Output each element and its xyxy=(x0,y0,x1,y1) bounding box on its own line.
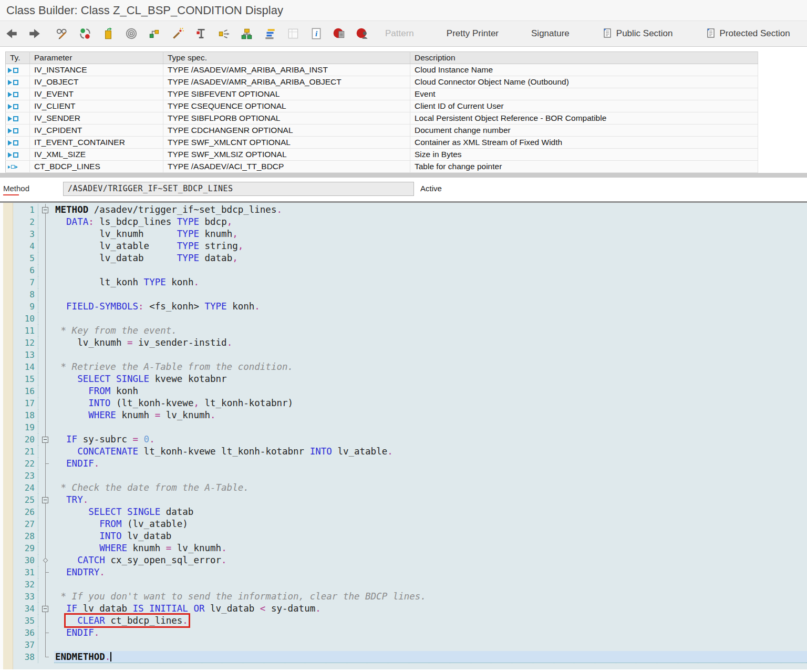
parameter-row[interactable]: IV_OBJECTTYPE /ASADEV/AMR_ARIBA_ARIBA_OB… xyxy=(6,76,758,88)
code-text[interactable]: ENDTRY. xyxy=(54,566,807,578)
pattern-wand-icon[interactable] xyxy=(170,27,184,41)
code-text[interactable]: DATA: ls_bdcp_lines TYPE bdcp, xyxy=(54,216,807,228)
swap-objects-icon[interactable] xyxy=(78,27,92,41)
object-boxes-icon[interactable] xyxy=(147,27,161,41)
code-text[interactable] xyxy=(54,421,807,433)
code-text[interactable] xyxy=(54,470,807,482)
back-icon[interactable] xyxy=(4,27,18,41)
code-line[interactable]: 35 CLEAR ct_bdcp_lines. xyxy=(13,615,807,627)
fold-marker[interactable] xyxy=(42,207,48,213)
code-text[interactable]: SELECT SINGLE datab xyxy=(54,506,807,518)
fold-marker[interactable] xyxy=(42,437,48,443)
code-text[interactable]: WHERE knumh = lv_knumh. xyxy=(54,409,807,421)
code-line[interactable]: 27 FROM (lv_atable) xyxy=(13,518,807,530)
code-text[interactable]: IF sy-subrc = 0. xyxy=(54,433,807,446)
parameter-row[interactable]: IV_INSTANCETYPE /ASADEV/AMR_ARIBA_ARIBA_… xyxy=(6,64,758,76)
code-line[interactable]: 38ENDMETHOD. xyxy=(13,651,807,663)
code-text[interactable]: lv_knumh = iv_sender-instid. xyxy=(54,337,807,349)
code-text[interactable] xyxy=(54,313,807,325)
hierarchy-icon[interactable] xyxy=(240,27,254,41)
parameter-row[interactable]: IV_SENDERTYPE SIBFLPORB OPTIONALLocal Pe… xyxy=(6,112,758,125)
code-text[interactable]: CATCH cx_sy_open_sql_error. xyxy=(54,554,807,566)
code-line[interactable]: 18 WHERE knumh = lv_knumh. xyxy=(13,409,807,421)
code-line[interactable]: 20 IF sy-subrc = 0. xyxy=(13,433,807,446)
concentric-rings-icon[interactable] xyxy=(124,27,138,41)
code-text[interactable] xyxy=(54,578,807,591)
code-line[interactable]: 26 SELECT SINGLE datab xyxy=(13,506,807,518)
code-line[interactable]: 12 lv_knumh = iv_sender-instid. xyxy=(13,337,807,349)
parameter-row[interactable]: IV_CLIENTTYPE CSEQUENCE OPTIONALClient I… xyxy=(6,100,758,112)
parameter-row[interactable]: IV_XML_SIZETYPE SWF_XMLSIZ OPTIONALSize … xyxy=(6,149,758,161)
code-text[interactable]: ENDIF. xyxy=(54,627,807,639)
fold-marker[interactable] xyxy=(42,497,48,503)
code-text[interactable]: * Key from the event. xyxy=(54,325,807,337)
code-editor[interactable]: 1METHOD /asadev/trigger_if~set_bdcp_line… xyxy=(0,201,807,669)
code-line[interactable]: 4 lv_atable TYPE string, xyxy=(13,240,807,252)
where-used-icon[interactable] xyxy=(216,27,231,41)
code-text[interactable] xyxy=(54,639,807,651)
code-text[interactable]: * If you don't want to send the informat… xyxy=(54,591,807,603)
parameter-row[interactable]: IV_CPIDENTTYPE CDCHANGENR OPTIONALDocume… xyxy=(6,125,758,137)
signature-button[interactable]: Signature xyxy=(531,28,570,39)
code-text[interactable]: lt_konh TYPE konh. xyxy=(54,276,807,288)
code-line[interactable]: 2 DATA: ls_bdcp_lines TYPE bdcp, xyxy=(13,216,807,228)
code-line[interactable]: 7 lt_konh TYPE konh. xyxy=(13,276,807,288)
info-icon[interactable]: i xyxy=(309,27,323,41)
code-line[interactable]: 24 * Check the date from the A-Table. xyxy=(13,482,807,494)
stop-document-icon[interactable] xyxy=(332,27,346,41)
code-lines[interactable]: 1METHOD /asadev/trigger_if~set_bdcp_line… xyxy=(13,203,807,669)
code-text[interactable] xyxy=(54,288,807,301)
parameter-row[interactable]: CT_BDCP_LINESTYPE /ASADEV/ACI_TT_BDCPTab… xyxy=(6,161,758,173)
code-line[interactable]: 36 ENDIF. xyxy=(13,627,807,639)
code-text[interactable]: IF lv_datab IS INITIAL OR lv_datab < sy-… xyxy=(54,603,807,615)
code-line[interactable]: 11 * Key from the event. xyxy=(13,325,807,337)
clamp-icon[interactable] xyxy=(193,27,208,41)
code-line[interactable]: 34 IF lv_datab IS INITIAL OR lv_datab < … xyxy=(13,603,807,615)
splitter-bar[interactable] xyxy=(0,173,807,178)
code-line[interactable]: 28 INTO lv_datab xyxy=(13,530,807,542)
code-text[interactable]: SELECT SINGLE kvewe kotabnr xyxy=(54,373,807,385)
display-change-icon[interactable] xyxy=(55,27,69,41)
code-line[interactable]: 16 FROM konh xyxy=(13,385,807,397)
code-line[interactable]: 13 xyxy=(13,349,807,361)
code-line[interactable]: 21 CONCATENATE lt_konh-kvewe lt_konh-kot… xyxy=(13,446,807,458)
code-text[interactable]: METHOD /asadev/trigger_if~set_bdcp_lines… xyxy=(54,204,807,216)
code-text[interactable]: * Retrieve the A-Table from the conditio… xyxy=(54,361,807,373)
sort-list-icon[interactable] xyxy=(263,27,277,41)
code-line[interactable]: 6 xyxy=(13,264,807,276)
code-text[interactable]: INTO lv_datab xyxy=(54,530,807,542)
public-section-button[interactable]: Public Section xyxy=(602,28,673,39)
table-grid-icon[interactable] xyxy=(286,27,300,41)
copy-icon[interactable] xyxy=(101,27,115,41)
code-line[interactable]: 31 ENDTRY. xyxy=(13,566,807,578)
forward-icon[interactable] xyxy=(27,27,42,41)
parameter-row[interactable]: IV_EVENTTYPE SIBFEVENT OPTIONALEvent xyxy=(6,88,758,100)
code-text[interactable]: ENDIF. xyxy=(54,458,807,470)
code-line[interactable]: 32 xyxy=(13,578,807,591)
code-line[interactable]: 25 TRY. xyxy=(13,494,807,506)
code-text[interactable]: INTO (lt_konh-kvewe, lt_konh-kotabnr) xyxy=(54,397,807,409)
pattern-button[interactable]: Pattern xyxy=(385,28,414,39)
code-line[interactable]: 23 xyxy=(13,470,807,482)
code-text[interactable]: WHERE knumh = lv_knumh. xyxy=(54,542,807,554)
code-line[interactable]: 29 WHERE knumh = lv_knumh. xyxy=(13,542,807,554)
code-text[interactable]: FIELD-SYMBOLS: <fs_konh> TYPE konh. xyxy=(54,301,807,313)
code-text[interactable] xyxy=(54,264,807,276)
code-text[interactable]: ENDMETHOD. xyxy=(54,651,807,663)
method-name-field[interactable]: /ASADEV/TRIGGER_IF~SET_BDCP_LINES xyxy=(63,182,414,196)
code-line[interactable]: 10 xyxy=(13,313,807,325)
code-text[interactable]: TRY. xyxy=(54,494,807,506)
code-line[interactable]: 15 SELECT SINGLE kvewe kotabnr xyxy=(13,373,807,385)
code-line[interactable]: 33 * If you don't want to send the infor… xyxy=(13,591,807,603)
code-line[interactable]: 3 lv_knumh TYPE knumh, xyxy=(13,228,807,240)
code-text[interactable]: CONCATENATE lt_konh-kvewe lt_konh-kotabn… xyxy=(54,446,807,458)
pretty-printer-button[interactable]: Pretty Printer xyxy=(447,28,499,39)
code-line[interactable]: 30 CATCH cx_sy_open_sql_error. xyxy=(13,554,807,566)
stop-user-icon[interactable] xyxy=(355,27,369,41)
code-line[interactable]: 1METHOD /asadev/trigger_if~set_bdcp_line… xyxy=(13,204,807,216)
code-line[interactable]: 8 xyxy=(13,288,807,301)
code-text[interactable]: lv_atable TYPE string, xyxy=(54,240,807,252)
parameter-row[interactable]: IT_EVENT_CONTAINERTYPE SWF_XMLCNT OPTION… xyxy=(6,137,758,149)
code-text[interactable]: * Check the date from the A-Table. xyxy=(54,482,807,494)
code-line[interactable]: 19 xyxy=(13,421,807,433)
